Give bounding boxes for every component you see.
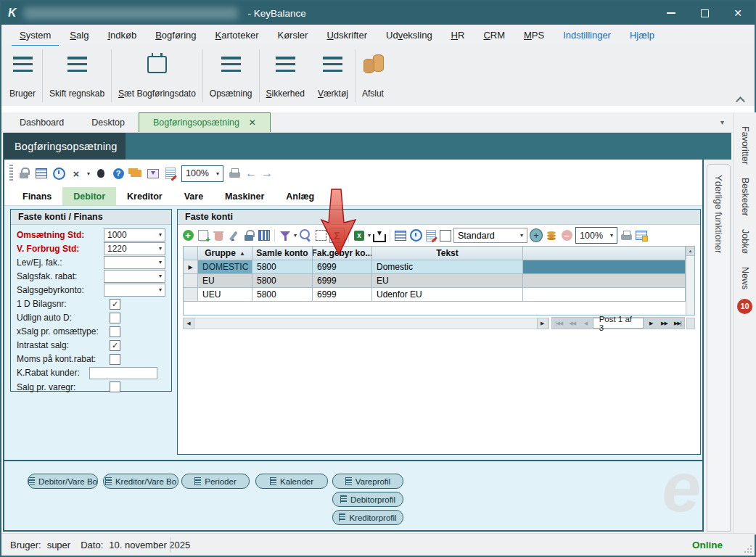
column-header-tekst[interactable]: Tekst: [372, 247, 523, 260]
lev-ej-fak-dropdown[interactable]: ▾: [104, 256, 165, 269]
filter-caret-icon[interactable]: ▾: [294, 232, 297, 239]
salgsgebyrkonto-dropdown[interactable]: ▾: [104, 284, 165, 297]
xsalg-pr-omsaettype-checkbox[interactable]: [110, 326, 120, 337]
forward-arrow-icon[interactable]: →: [261, 168, 273, 179]
tab-vare[interactable]: Vare: [173, 187, 214, 205]
printer-icon[interactable]: [228, 167, 241, 180]
remove-icon[interactable]: [560, 229, 573, 242]
menu-mps[interactable]: MPS: [514, 25, 554, 46]
profile-select[interactable]: Standard ▾: [453, 228, 527, 243]
columns-icon[interactable]: [258, 229, 271, 242]
grip-handle[interactable]: [9, 165, 13, 182]
printer-icon[interactable]: [620, 229, 633, 242]
edit-record-icon[interactable]: [227, 229, 240, 242]
table-icon[interactable]: [394, 229, 407, 242]
cell-tekst[interactable]: Domestic: [372, 260, 523, 274]
1d-bilagsnr-checkbox[interactable]: ✓: [110, 299, 120, 310]
add-record-icon[interactable]: [181, 229, 194, 242]
grid-zoom-select[interactable]: 100% ▾: [575, 227, 617, 244]
debitor-vare-bogforing-button[interactable]: Debitor/Vare Bo: [28, 474, 98, 489]
k-rabat-kunder-input[interactable]: [89, 367, 157, 379]
vareprofil-button[interactable]: Vareprofil: [332, 474, 403, 489]
excel-export-icon[interactable]: [353, 229, 366, 242]
menu-hjaelp[interactable]: Hjælp: [620, 25, 664, 46]
cell-gruppe[interactable]: EU: [198, 274, 252, 288]
tab-desktop[interactable]: Desktop: [78, 112, 139, 132]
kalender-button[interactable]: Kalender: [255, 474, 328, 489]
v-forbrug-std-dropdown[interactable]: 1220▾: [104, 242, 165, 255]
tab-anlaeg[interactable]: Anlæg: [275, 187, 325, 205]
row-selector[interactable]: ▶: [184, 260, 198, 274]
column-header-fak-gebyr[interactable]: Fak.gebyr ko...: [313, 247, 372, 260]
folder-export-icon[interactable]: [129, 167, 142, 180]
resize-grip[interactable]: [744, 545, 752, 553]
delete-record-icon[interactable]: [212, 229, 225, 242]
profile-add-icon[interactable]: [530, 229, 543, 242]
collapse-ribbon-icon[interactable]: [737, 96, 743, 102]
checkbox-icon[interactable]: ◀: [440, 230, 451, 242]
clock-icon[interactable]: [409, 229, 422, 242]
moms-pa-kont-rabat-checkbox[interactable]: [110, 354, 120, 365]
cell-tekst[interactable]: Udenfor EU: [372, 288, 523, 302]
debitorprofil-button[interactable]: Debitorprofil: [332, 492, 403, 507]
vertical-scrollbar[interactable]: ▲ ▼: [686, 247, 694, 315]
tab-list-caret-icon[interactable]: ▾: [720, 118, 724, 126]
tools-icon[interactable]: ×: [70, 167, 83, 180]
tab-dashboard[interactable]: Dashboard: [6, 112, 78, 132]
pager-next-many-icon[interactable]: ▶▶: [658, 318, 670, 329]
tab-debitor[interactable]: Debitor: [62, 187, 116, 205]
menu-indkob[interactable]: Indkøb: [98, 25, 146, 46]
menu-indstillinger[interactable]: Indstillinger: [554, 25, 620, 46]
menu-salg[interactable]: Salg: [60, 25, 98, 46]
cell-samle-konto[interactable]: 5800: [252, 260, 313, 274]
tab-finans[interactable]: Finans: [12, 187, 62, 205]
menu-korsler[interactable]: Kørsler: [268, 25, 318, 46]
document-edit-icon[interactable]: [164, 167, 177, 180]
tools-caret-icon[interactable]: ▾: [87, 170, 90, 177]
tab-kreditor[interactable]: Kreditor: [116, 187, 173, 205]
scroll-right-icon[interactable]: ▶: [537, 318, 548, 329]
ribbon-vaerktoj-button[interactable]: Værktøj: [311, 46, 355, 106]
close-tab-icon[interactable]: ✕: [249, 117, 256, 128]
intrastat-salg-checkbox[interactable]: ✓: [110, 340, 120, 351]
cell-samle-konto[interactable]: 5800: [252, 274, 313, 288]
lock-icon[interactable]: [242, 229, 255, 242]
ribbon-saet-bogforingsdato-button[interactable]: Sæt Bogføringsdato: [112, 46, 202, 106]
kreditorprofil-button[interactable]: Kreditorprofil: [332, 510, 403, 525]
marquee-select-icon[interactable]: [314, 229, 327, 242]
minimize-button[interactable]: [654, 1, 688, 25]
pager-first-icon[interactable]: |◀◀: [553, 318, 565, 329]
table-add-icon[interactable]: [635, 229, 648, 242]
cell-gruppe[interactable]: UEU: [198, 288, 252, 302]
clock-icon[interactable]: [52, 167, 65, 180]
cell-samle-konto[interactable]: 5800: [252, 288, 313, 302]
menu-hr[interactable]: HR: [442, 25, 474, 46]
table-icon[interactable]: [35, 167, 48, 180]
bug-icon[interactable]: [94, 167, 107, 180]
back-arrow-icon[interactable]: ←: [245, 168, 257, 179]
filter-icon[interactable]: [279, 229, 292, 242]
rail-jobko[interactable]: Jobkø: [740, 223, 750, 260]
refresh-data-icon[interactable]: [545, 229, 558, 242]
scroll-left-icon[interactable]: ◀: [183, 318, 194, 329]
ribbon-afslut-button[interactable]: Afslut: [356, 46, 390, 106]
rail-beskeder[interactable]: Beskeder: [740, 171, 750, 223]
cell-fak-gebyr[interactable]: 6999: [313, 260, 372, 274]
pager-last-icon[interactable]: ▶▶|: [671, 318, 683, 329]
help-icon[interactable]: [112, 167, 125, 180]
rail-favoritter[interactable]: Favoritter: [740, 120, 750, 171]
pager-prev-many-icon[interactable]: ◀◀: [566, 318, 578, 329]
row-selector[interactable]: [184, 288, 198, 302]
maximize-button[interactable]: [688, 1, 721, 25]
zoom-select[interactable]: 100% ▾: [181, 165, 223, 182]
row-selector[interactable]: [184, 274, 198, 288]
udlign-auto-d-checkbox[interactable]: [110, 313, 120, 323]
tab-bogforingsopsaetning[interactable]: Bogføringsopsætning ✕: [139, 112, 271, 132]
lock-icon[interactable]: [17, 167, 30, 180]
perioder-button[interactable]: Perioder: [181, 474, 250, 489]
kreditor-vare-bogforing-button[interactable]: Kreditor/Vare Bo: [103, 474, 178, 489]
cell-fak-gebyr[interactable]: 6999: [313, 288, 372, 302]
cell-gruppe[interactable]: DOMESTIC: [198, 260, 252, 274]
scroll-up-icon[interactable]: ▲: [686, 247, 694, 256]
copy-record-icon[interactable]: [197, 229, 210, 242]
